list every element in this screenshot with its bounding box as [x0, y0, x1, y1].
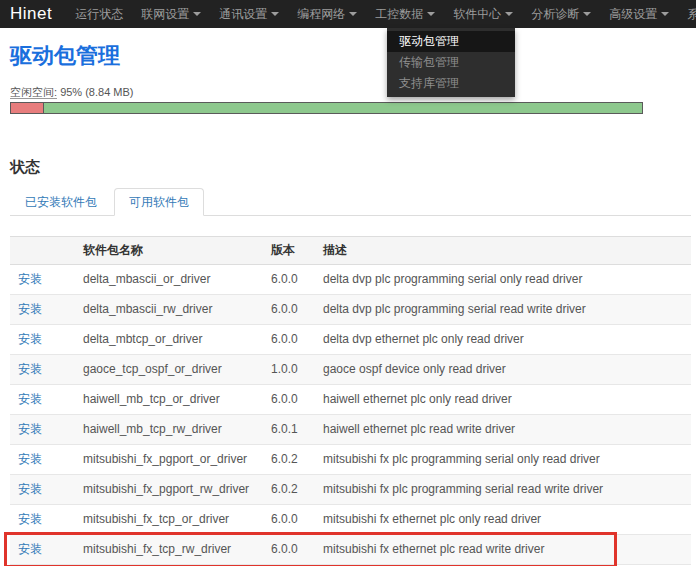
install-link[interactable]: 安装: [18, 452, 42, 466]
chevron-down-icon: [349, 12, 357, 16]
software-center-dropdown: 驱动包管理传输包管理支持库管理: [387, 28, 515, 97]
chevron-down-icon: [661, 12, 669, 16]
install-link[interactable]: 安装: [18, 392, 42, 406]
free-space-value: 95% (8.84 MB): [60, 86, 133, 98]
description-cell: mitsubishi fx ethernet plc only read dri…: [315, 505, 691, 535]
dropdown-item-support-library-management[interactable]: 支持库管理: [387, 73, 515, 94]
nav-item-label: 高级设置: [609, 6, 657, 23]
free-space-label: 空闲空间:: [10, 86, 57, 99]
table-row: 安装mitsubishi_fx_tcp_rw_driver6.0.0mitsub…: [10, 535, 691, 565]
nav-item-network-settings[interactable]: 联网设置: [132, 0, 210, 28]
description-cell: delta dvp ethernet plc only read driver: [315, 325, 691, 355]
table-row: 安装haiwell_mb_tcp_rw_driver6.0.1haiwell e…: [10, 415, 691, 445]
navbar-menu: 运行状态联网设置通讯设置编程网络工控数据软件中心分析诊断高级设置系统设置退出: [66, 0, 696, 28]
nav-item-label: 系统设置: [687, 6, 696, 23]
description-cell: mitsubishi fx plc programming serial rea…: [315, 475, 691, 505]
nav-item-system-settings[interactable]: 系统设置: [678, 0, 696, 28]
chevron-down-icon: [505, 12, 513, 16]
version-cell: 6.0.0: [263, 265, 315, 295]
nav-item-analysis-diagnosis[interactable]: 分析诊断: [522, 0, 600, 28]
version-cell: 6.0.2: [263, 475, 315, 505]
install-link[interactable]: 安装: [18, 362, 42, 376]
main-content: 驱动包管理 空闲空间: 95% (8.84 MB) 状态 已安装软件包可用软件包…: [0, 43, 696, 565]
install-cell: 安装: [10, 535, 75, 565]
nav-item-label: 工控数据: [375, 6, 423, 23]
install-link[interactable]: 安装: [18, 422, 42, 436]
table-header-row: 软件包名称 版本 描述: [10, 237, 691, 265]
package-tabs: 已安装软件包可用软件包: [10, 188, 691, 216]
package-name-cell: mitsubishi_fx_tcp_rw_driver: [75, 535, 263, 565]
version-cell: 6.0.0: [263, 325, 315, 355]
version-cell: 6.0.0: [263, 505, 315, 535]
description-cell: delta dvp plc programming serial only re…: [315, 265, 691, 295]
col-header-install: [10, 237, 75, 265]
col-header-desc: 描述: [315, 237, 691, 265]
install-link[interactable]: 安装: [18, 512, 42, 526]
tab-installed-packages[interactable]: 已安装软件包: [10, 188, 112, 216]
version-cell: 6.0.0: [263, 535, 315, 565]
nav-item-programming-network[interactable]: 编程网络: [288, 0, 366, 28]
progress-used-segment: [11, 103, 44, 113]
free-space-progressbar: [10, 102, 643, 114]
nav-item-run-status[interactable]: 运行状态: [66, 0, 132, 28]
description-cell: delta dvp plc programming serial read wr…: [315, 295, 691, 325]
install-link[interactable]: 安装: [18, 332, 42, 346]
version-cell: 6.0.0: [263, 295, 315, 325]
package-name-cell: mitsubishi_fx_pgport_or_driver: [75, 445, 263, 475]
version-cell: 6.0.1: [263, 415, 315, 445]
install-link[interactable]: 安装: [18, 542, 42, 556]
package-name-cell: haiwell_mb_tcp_rw_driver: [75, 415, 263, 445]
nav-item-label: 联网设置: [141, 6, 189, 23]
table-row: 安装mitsubishi_fx_pgport_rw_driver6.0.2mit…: [10, 475, 691, 505]
package-name-cell: haiwell_mb_tcp_or_driver: [75, 385, 263, 415]
top-navbar: Hinet 运行状态联网设置通讯设置编程网络工控数据软件中心分析诊断高级设置系统…: [0, 0, 696, 28]
install-cell: 安装: [10, 295, 75, 325]
install-cell: 安装: [10, 505, 75, 535]
package-name-cell: gaoce_tcp_ospf_or_driver: [75, 355, 263, 385]
install-cell: 安装: [10, 415, 75, 445]
nav-item-label: 分析诊断: [531, 6, 579, 23]
package-name-cell: delta_mbascii_rw_driver: [75, 295, 263, 325]
nav-item-label: 软件中心: [453, 6, 501, 23]
dropdown-item-transfer-package-management[interactable]: 传输包管理: [387, 52, 515, 73]
description-cell: mitsubishi fx ethernet plc read write dr…: [315, 535, 691, 565]
version-cell: 1.0.0: [263, 355, 315, 385]
install-cell: 安装: [10, 325, 75, 355]
chevron-down-icon: [583, 12, 591, 16]
install-cell: 安装: [10, 475, 75, 505]
status-heading: 状态: [10, 158, 691, 176]
nav-item-label: 通讯设置: [219, 6, 267, 23]
nav-item-comm-settings[interactable]: 通讯设置: [210, 0, 288, 28]
install-cell: 安装: [10, 385, 75, 415]
install-cell: 安装: [10, 355, 75, 385]
package-name-cell: delta_mbtcp_or_driver: [75, 325, 263, 355]
description-cell: haiwell ethernet plc only read driver: [315, 385, 691, 415]
chevron-down-icon: [271, 12, 279, 16]
tab-available-packages[interactable]: 可用软件包: [114, 188, 204, 216]
brand-logo[interactable]: Hinet: [10, 4, 52, 24]
description-cell: haiwell ethernet plc read write driver: [315, 415, 691, 445]
nav-item-advanced-settings[interactable]: 高级设置: [600, 0, 678, 28]
col-header-version: 版本: [263, 237, 315, 265]
install-cell: 安装: [10, 445, 75, 475]
progress-free-segment: [44, 103, 642, 113]
table-row: 安装mitsubishi_fx_pgport_or_driver6.0.2mit…: [10, 445, 691, 475]
install-link[interactable]: 安装: [18, 272, 42, 286]
dropdown-item-driver-package-management[interactable]: 驱动包管理: [387, 31, 515, 52]
col-header-name: 软件包名称: [75, 237, 263, 265]
version-cell: 6.0.0: [263, 385, 315, 415]
free-space-line: 空闲空间: 95% (8.84 MB): [10, 86, 691, 99]
package-name-cell: delta_mbascii_or_driver: [75, 265, 263, 295]
nav-item-label: 运行状态: [75, 6, 123, 23]
package-name-cell: mitsubishi_fx_pgport_rw_driver: [75, 475, 263, 505]
table-row: 安装mitsubishi_fx_tcp_or_driver6.0.0mitsub…: [10, 505, 691, 535]
table-row: 安装gaoce_tcp_ospf_or_driver1.0.0gaoce osp…: [10, 355, 691, 385]
version-cell: 6.0.2: [263, 445, 315, 475]
install-link[interactable]: 安装: [18, 482, 42, 496]
nav-item-industrial-data[interactable]: 工控数据: [366, 0, 444, 28]
install-link[interactable]: 安装: [18, 302, 42, 316]
nav-item-software-center[interactable]: 软件中心: [444, 0, 522, 28]
description-cell: gaoce ospf device only read driver: [315, 355, 691, 385]
table-row: 安装delta_mbtcp_or_driver6.0.0delta dvp et…: [10, 325, 691, 355]
description-cell: mitsubishi fx plc programming serial onl…: [315, 445, 691, 475]
